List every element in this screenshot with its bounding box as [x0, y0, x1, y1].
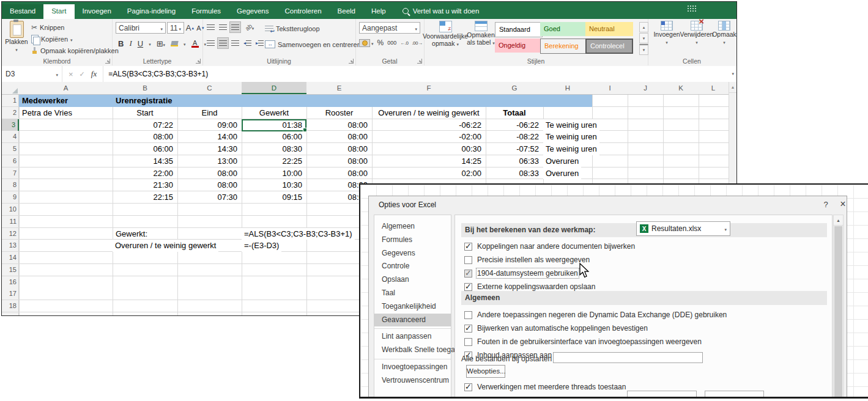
fill-color-button[interactable] [171, 41, 178, 46]
cell-F5[interactable]: 00:30 [372, 143, 486, 155]
sidebar-item-gegevens[interactable]: Gegevens [374, 247, 451, 260]
column-header-L[interactable]: L [699, 82, 728, 94]
gallery-more-icon[interactable]: ▾ [639, 44, 648, 55]
row-header-12[interactable]: 12 [2, 228, 19, 240]
sidebar-item-werkbalk-snelle-toegang[interactable]: Werkbalk Snelle toegang [374, 344, 451, 357]
cell-style-neutraal[interactable]: Neutraal [585, 22, 633, 36]
cell-H7[interactable]: Overuren [543, 167, 581, 180]
cell-B6[interactable]: 14:35 [113, 155, 177, 167]
cell-H3[interactable]: Te weinig uren [543, 119, 599, 131]
italic-button[interactable]: I [129, 39, 132, 48]
comma-style-button[interactable]: 000 [387, 40, 396, 46]
cell-E7[interactable]: 08:00 [306, 167, 372, 180]
cell-B13[interactable]: Overuren / te weinig gewerkt [113, 240, 218, 252]
align-left-button[interactable] [205, 37, 217, 49]
cell-G3[interactable]: -06:22 [486, 119, 543, 131]
checkbox-icon[interactable] [464, 325, 472, 333]
dialog-launcher-clipboard-icon[interactable] [105, 59, 110, 64]
cell-G7[interactable]: 08:33 [486, 167, 543, 180]
cell-D2[interactable]: Gewerkt [242, 107, 306, 119]
cell-E4[interactable]: 08:00 [306, 131, 372, 143]
sidebar-item-vertrouwenscentrum[interactable]: Vertrouwenscentrum [374, 374, 451, 388]
checkbox-icon[interactable] [464, 270, 472, 278]
row-header-1[interactable]: 1 [2, 95, 19, 107]
cell-D7[interactable]: 10:00 [242, 167, 306, 180]
cell-C7[interactable]: 08:00 [177, 167, 242, 180]
cell-B3[interactable]: 07:22 [113, 119, 177, 131]
row-header-9[interactable]: 9 [2, 191, 19, 204]
checkbox-externe-koppelingswaarden[interactable]: Externe koppelingswaarden opslaan [464, 282, 595, 292]
borders-button[interactable]: ⊞ [157, 39, 165, 48]
format-cells-button[interactable]: Opmaak [713, 21, 736, 46]
cell-B2[interactable]: Start [113, 107, 177, 119]
cell-D13[interactable]: =-(E3-D3) [242, 240, 281, 252]
cell-H4[interactable]: Te weinig uren [543, 131, 599, 143]
cell-D8[interactable]: 10:30 [242, 179, 306, 191]
row-header-4[interactable]: 4 [2, 131, 19, 143]
cell-G5[interactable]: -07:52 [486, 143, 543, 155]
row-header-5[interactable]: 5 [2, 143, 19, 155]
sidebar-item-opslaan[interactable]: Opslaan [374, 273, 451, 287]
sidebar-item-formules[interactable]: Formules [374, 234, 451, 247]
sidebar-item-lint-aanpassen[interactable]: Lint aanpassen [374, 330, 451, 344]
cell-F3[interactable]: -06:22 [372, 119, 486, 131]
sidebar-item-toegankelijkheid[interactable]: Toegankelijkheid [374, 300, 451, 314]
checkbox-meerdere-threads[interactable]: Verwerkingen met meerdere threads toesta… [464, 382, 626, 392]
scroll-up-icon[interactable]: ▲ [729, 82, 736, 93]
checkbox-icon[interactable] [464, 256, 472, 264]
dropdown-icon[interactable] [184, 40, 186, 47]
dialog-launcher-number-icon[interactable] [417, 59, 422, 64]
orientation-button[interactable]: ab [242, 21, 258, 33]
web-options-button[interactable]: Webopties... [466, 365, 505, 378]
dialog-launcher-alignment-icon[interactable] [349, 59, 354, 64]
formula-input[interactable]: =ALS(B3<C3;C3-B3;C3-B3+1) [103, 66, 208, 82]
checkbox-icon[interactable] [464, 383, 472, 391]
merge-center-button[interactable]: ↔ Samenvoegen en centreren [265, 39, 365, 50]
row-header-2[interactable]: 2 [2, 107, 19, 119]
cell-E3[interactable]: 08:00 [306, 119, 372, 131]
cell-C4[interactable]: 14:00 [177, 131, 242, 143]
row-header-17[interactable]: 17 [2, 288, 19, 300]
dropdown-icon[interactable] [696, 39, 698, 46]
cell-E5[interactable]: 08:00 [306, 143, 372, 155]
sidebar-item-invoegtoepassingen[interactable]: Invoegtoepassingen [374, 361, 451, 374]
column-header-J[interactable]: J [628, 82, 663, 94]
scroll-up-icon[interactable]: ▲ [834, 215, 843, 226]
dropdown-icon[interactable] [723, 39, 725, 46]
column-header-C[interactable]: C [177, 82, 242, 94]
format-painter-button[interactable]: Opmaak kopiëren/plakken [31, 45, 119, 56]
align-middle-button[interactable] [217, 21, 229, 33]
cell-G2[interactable]: Totaal [486, 107, 543, 119]
cell-B12[interactable]: Gewerkt: [113, 228, 177, 240]
cell-F7[interactable]: 02:00 [372, 167, 486, 180]
cell-E6[interactable]: 08:00 [306, 155, 372, 167]
workbook-selector-dropdown[interactable]: X Resultaten.xlsx [636, 221, 730, 236]
delete-cells-button[interactable]: Verwijderen [681, 21, 713, 46]
name-box[interactable]: D3 [2, 66, 62, 82]
dropdown-icon[interactable] [149, 40, 151, 47]
cell-C3[interactable]: 09:00 [177, 119, 242, 131]
cell-D6[interactable]: 22:25 [242, 155, 306, 167]
column-header-K[interactable]: K [663, 82, 699, 94]
cell-B1[interactable]: Urenregistratie [113, 95, 177, 107]
dropdown-icon[interactable] [56, 70, 58, 78]
column-header-E[interactable]: E [306, 82, 372, 94]
accounting-format-button[interactable] [359, 39, 374, 47]
checkbox-koppelingen-bijwerken[interactable]: Koppelingen naar andere documenten bijwe… [464, 241, 635, 251]
gallery-scroll-up-icon[interactable]: ▴ [639, 22, 648, 32]
cell-style-goed[interactable]: Goed [540, 22, 588, 36]
tab-start[interactable]: Start [43, 4, 74, 19]
cell-C8[interactable]: 08:00 [177, 179, 242, 191]
scrollbar-thumb[interactable] [834, 226, 842, 397]
cell-G4[interactable]: -08:22 [486, 131, 543, 143]
row-header-3[interactable]: 3 [2, 119, 19, 131]
decrease-indent-button[interactable]: ◂ [242, 37, 253, 49]
insert-function-icon[interactable]: fx [91, 69, 97, 79]
cancel-icon[interactable]: × [69, 70, 73, 79]
cell-B5[interactable]: 06:00 [113, 143, 177, 155]
row-header-13[interactable]: 13 [2, 240, 19, 252]
bold-button[interactable]: B [118, 39, 124, 48]
checkbox-1904-datumsysteem[interactable]: 1904-datumsysteem gebruiken [464, 268, 578, 278]
column-header-D[interactable]: D [242, 82, 306, 94]
row-header-7[interactable]: 7 [2, 167, 19, 180]
